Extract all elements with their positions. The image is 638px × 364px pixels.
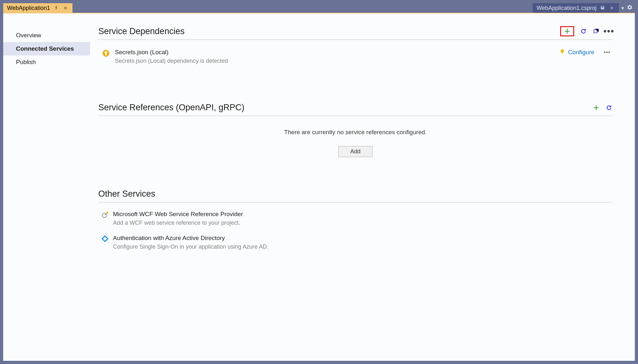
more-dependencies-button[interactable]: ••• [605,28,612,35]
window-frame: WebApplication1 WebApplication1.csproj ▾ [0,0,638,364]
add-reference-center-button[interactable]: Add [338,146,372,157]
dependency-row: Secrets.json (Local) Secrets.json (Local… [98,40,612,64]
tab-webapplication1[interactable]: WebApplication1 [3,3,72,13]
references-actions [593,104,612,111]
restore-dependencies-button[interactable] [593,28,600,35]
section-title-text: Service References (OpenAPI, gRPC) [98,103,244,113]
add-dependency-button[interactable] [564,28,571,35]
tab-csproj[interactable]: WebApplication1.csproj [533,3,619,13]
sidebar-item-overview[interactable]: Overview [3,29,90,42]
content-area: Overview Connected Services Publish Serv… [3,13,635,361]
add-reference-button[interactable] [593,104,600,111]
other-service-aad[interactable]: Authentication with Azure Active Directo… [98,226,612,250]
aad-icon [101,235,109,242]
section-other-header: Other Services [98,189,612,202]
configure-link[interactable]: Configure [560,49,594,56]
section-references-header: Service References (OpenAPI, gRPC) [98,103,612,116]
sidebar-item-connected-services[interactable]: Connected Services [3,42,90,55]
tab-toolbar: ▾ [619,3,635,13]
tab-title: WebApplication1.csproj [537,5,597,11]
sidebar-item-publish[interactable]: Publish [3,55,90,69]
document-tab-bar: WebApplication1 WebApplication1.csproj ▾ [3,3,635,13]
section-title-text: Service Dependencies [98,26,184,36]
other-service-wcf[interactable]: Microsoft WCF Web Service Reference Prov… [98,202,612,226]
dependency-desc: Secrets.json (Local) dependency is detec… [115,58,555,64]
main-panel: Service Dependencies ••• [90,13,635,361]
close-tab-icon[interactable] [62,5,69,11]
references-empty-text: There are currently no service reference… [98,129,612,136]
secrets-icon [102,49,110,57]
dependency-more-button[interactable]: ••• [604,50,611,55]
left-nav: Overview Connected Services Publish [3,13,90,361]
wcf-icon [101,211,109,218]
configure-label: Configure [568,49,594,56]
add-dependency-highlight [560,26,574,36]
dependency-name: Secrets.json (Local) [115,49,555,56]
save-icon[interactable] [599,5,606,11]
section-dependencies-header: Service Dependencies ••• [98,26,612,40]
refresh-dependencies-button[interactable] [580,28,587,35]
gear-icon[interactable] [627,5,632,11]
dependencies-actions: ••• [560,26,612,36]
close-tab-icon[interactable] [609,5,615,11]
dropdown-icon[interactable]: ▾ [621,5,624,11]
svg-rect-3 [106,212,108,214]
other-service-name: Authentication with Azure Active Directo… [113,235,268,242]
other-service-desc: Add a WCF web service reference to your … [113,220,243,226]
refresh-references-button[interactable] [605,104,612,111]
section-title-text: Other Services [98,189,155,199]
other-service-name: Microsoft WCF Web Service Reference Prov… [113,211,243,218]
tab-title: WebApplication1 [7,5,50,11]
pin-icon[interactable] [53,5,60,11]
other-service-desc: Configure Single Sign-On in your applica… [113,244,268,250]
lightbulb-icon [560,49,565,56]
